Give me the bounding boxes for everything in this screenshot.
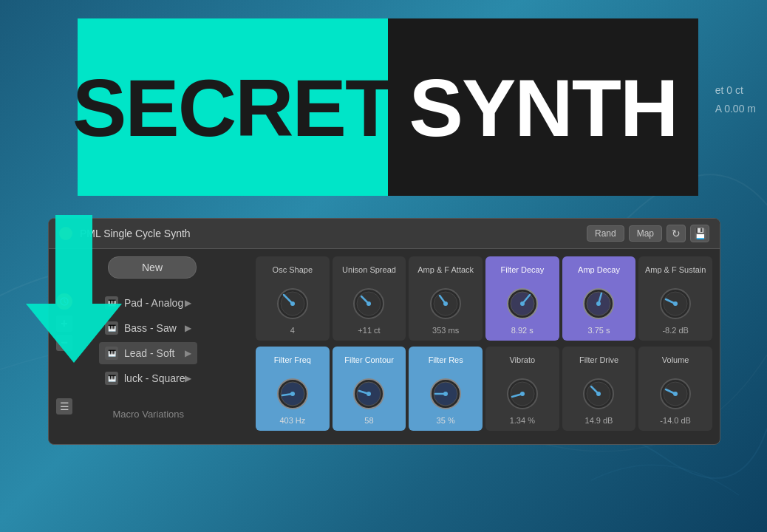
knob-filter-contour-dial	[350, 375, 388, 413]
knob-filter-decay[interactable]: Filter Decay 8.92 s	[485, 256, 559, 341]
synth-panel: PML Single Cycle Synth Rand Map ↻ 💾 New …	[48, 218, 720, 445]
panel-inner: New + − ☰ 🎹 Pad - Analo	[49, 249, 720, 444]
header-secret-text: SECRET	[72, 61, 393, 154]
knob-vibrato-dial	[503, 375, 542, 413]
arrow-overlay	[11, 200, 137, 373]
header-left: SECRET	[78, 18, 388, 196]
knob-filter-decay-value: 8.92 s	[511, 326, 534, 335]
knob-filter-drive[interactable]: Filter Drive 14.9 dB	[562, 347, 636, 431]
knob-volume-dial	[656, 375, 695, 413]
svg-point-12	[520, 301, 525, 306]
knob-row-1: Osc Shape 4 Unison Spread	[256, 256, 712, 341]
knob-filter-freq[interactable]: Filter Freq 403 Hz	[256, 347, 330, 431]
refresh-icon-button[interactable]: ↻	[667, 225, 686, 242]
knob-filter-res-dial	[426, 375, 465, 413]
knob-amp-f-sustain-value: -8.2 dB	[662, 326, 688, 335]
knob-amp-f-attack-label: Amp & F Attack	[417, 261, 474, 280]
knob-vibrato-value: 1.34 %	[510, 416, 535, 425]
svg-point-15	[596, 301, 601, 306]
knob-filter-decay-label: Filter Decay	[500, 261, 544, 280]
knob-amp-f-attack[interactable]: Amp & F Attack 353 ms	[409, 256, 483, 341]
knob-volume-value: -14.0 dB	[660, 416, 691, 425]
right-info-line2: A 0.00 m	[715, 100, 756, 118]
knob-filter-drive-label: Filter Drive	[579, 351, 618, 370]
knob-unison-spread-value: +11 ct	[358, 326, 380, 335]
knob-vibrato[interactable]: Vibrato 1.34 %	[485, 347, 559, 431]
svg-point-18	[673, 301, 678, 306]
knob-filter-drive-value: 14.9 dB	[585, 416, 613, 425]
knob-osc-shape-dial	[273, 284, 312, 323]
header-banner: SECRET SYNTH	[78, 18, 698, 196]
knob-filter-freq-label: Filter Freq	[274, 351, 311, 370]
panel-title-right: Rand Map ↻ 💾	[587, 225, 709, 242]
preset-item-left: 🎹 luck - Square	[105, 372, 185, 385]
knob-osc-shape[interactable]: Osc Shape 4	[256, 256, 330, 341]
knob-filter-decay-dial	[503, 284, 542, 323]
knob-row-2: Filter Freq 403 Hz Filter Contour	[256, 347, 712, 431]
macro-label: Macro Variations	[99, 403, 197, 426]
knob-vibrato-label: Vibrato	[509, 351, 535, 370]
knob-amp-decay-dial	[579, 284, 618, 323]
svg-point-30	[520, 392, 525, 396]
knob-amp-f-attack-dial	[426, 284, 465, 323]
svg-point-3	[290, 301, 295, 306]
knob-amp-f-sustain[interactable]: Amp & F Sustain -8.2 dB	[638, 256, 712, 341]
save-icon-button[interactable]: 💾	[690, 225, 709, 242]
knob-osc-shape-value: 4	[290, 326, 295, 335]
knob-unison-spread-dial	[350, 284, 388, 323]
knob-unison-spread[interactable]: Unison Spread +11 ct	[333, 256, 406, 341]
knob-filter-res[interactable]: Filter Res 35 %	[409, 347, 483, 431]
svg-point-21	[290, 392, 295, 396]
knob-filter-drive-dial	[579, 375, 618, 413]
knob-amp-decay-value: 3.75 s	[588, 326, 610, 335]
knob-filter-freq-value: 403 Hz	[279, 416, 305, 425]
knob-area: Osc Shape 4 Unison Spread	[256, 256, 712, 437]
knob-filter-freq-dial	[273, 375, 312, 413]
svg-point-6	[367, 301, 371, 306]
knob-filter-contour[interactable]: Filter Contour 58	[333, 347, 406, 431]
cyan-arrow-icon	[11, 200, 137, 370]
knob-filter-contour-value: 58	[364, 416, 373, 425]
preset-arrow-icon: ▶	[185, 298, 191, 308]
knob-amp-f-sustain-dial	[656, 284, 695, 323]
header-synth-text: SYNTH	[409, 61, 678, 154]
rand-button[interactable]: Rand	[587, 225, 624, 242]
knob-osc-shape-label: Osc Shape	[273, 261, 313, 280]
knob-unison-spread-label: Unison Spread	[342, 261, 396, 280]
right-info-line1: et 0 ct	[715, 81, 756, 100]
preset-arrow-icon: ▶	[185, 323, 191, 333]
svg-point-9	[443, 301, 448, 306]
knob-amp-f-sustain-label: Amp & F Sustain	[645, 261, 706, 280]
panel-titlebar: PML Single Cycle Synth Rand Map ↻ 💾	[49, 219, 720, 249]
preset-name: luck - Square	[124, 372, 185, 384]
map-button[interactable]: Map	[629, 225, 662, 242]
preset-icon: 🎹	[105, 372, 118, 385]
svg-point-27	[443, 392, 448, 396]
svg-point-24	[367, 392, 371, 396]
knob-filter-res-value: 35 %	[437, 416, 455, 425]
preset-arrow-icon: ▶	[185, 348, 191, 358]
svg-point-33	[596, 392, 601, 396]
knob-filter-res-label: Filter Res	[429, 351, 463, 370]
knob-volume[interactable]: Volume -14.0 dB	[638, 347, 712, 431]
header-right: SYNTH	[388, 18, 698, 196]
knob-filter-contour-label: Filter Contour	[344, 351, 394, 370]
knob-volume-label: Volume	[662, 351, 689, 370]
preset-arrow-icon: ▶	[185, 373, 191, 383]
knob-amp-decay-label: Amp Decay	[578, 261, 620, 280]
svg-point-36	[673, 392, 678, 396]
menu-icon[interactable]: ☰	[56, 398, 72, 415]
knob-amp-f-attack-value: 353 ms	[432, 326, 459, 335]
knob-amp-decay[interactable]: Amp Decay 3.75 s	[562, 256, 636, 341]
right-info: et 0 ct A 0.00 m	[715, 81, 756, 118]
